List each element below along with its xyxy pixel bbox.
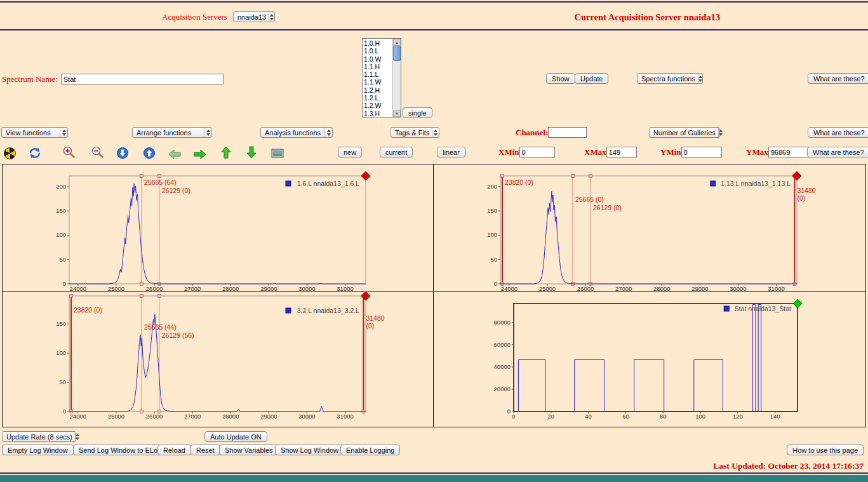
current-server-text: Current Acquisition Server nnaida13 [575,12,720,22]
reset-button[interactable]: Reset [190,445,220,455]
svg-text:0: 0 [494,280,497,287]
svg-text:80: 80 [660,413,667,420]
expand-down-icon[interactable] [116,146,130,160]
svg-text:3.2.L nnaida13_3.2.L: 3.2.L nnaida13_3.2.L [297,307,359,314]
spectrum-plot-panel-4[interactable]: 020406080100120140020000400006000080000S… [434,292,865,427]
show-log-window-button[interactable]: Show Log Window [275,445,344,455]
arrow-up-icon[interactable] [219,145,233,159]
spectrum-plot-panel-1[interactable]: 2400025000260002700028000290003000031000… [3,164,434,292]
send-log-window-to-elog-button[interactable]: Send Log Window to ELog [73,445,167,455]
expand-up-icon[interactable] [142,146,156,160]
svg-text:30000: 30000 [298,413,315,420]
arrow-left-icon[interactable] [168,147,182,161]
list-item[interactable]: 1.0.W [364,55,392,63]
spectrum-plot-panel-2[interactable]: 2400025000260002700028000290003000031000… [434,164,865,292]
ymax-label: YMax [746,147,768,157]
tags-fits-select[interactable]: Tags & Fits [391,127,439,138]
svg-text:27000: 27000 [184,285,201,291]
enable-logging-button[interactable]: Enable Logging [340,445,400,455]
select-arrows-icon [432,128,439,137]
single-button[interactable]: single [403,107,432,118]
select-arrows-icon [718,128,723,137]
svg-text:0: 0 [512,413,515,420]
spectra-functions-select[interactable]: Spectra functions [637,73,703,84]
update-rate-select[interactable]: Update Rate (8 secs) [2,431,76,442]
list-item[interactable]: 1.3.H [364,110,392,117]
svg-text:200: 200 [56,183,66,190]
refresh-icon[interactable] [28,146,42,160]
svg-text:100: 100 [487,231,497,238]
svg-text:28000: 28000 [222,413,239,420]
svg-text:27000: 27000 [615,285,632,291]
list-item[interactable]: 1.1.W [364,78,392,86]
svg-text:150: 150 [56,320,66,327]
arrange-functions-select[interactable]: Arrange functions [132,127,212,138]
reload-button[interactable]: Reload [157,445,191,455]
spectrum-listbox[interactable]: 1.0.H1.0.L1.0.W1.1.H1.1.L1.1.W1.2.H1.2.L… [362,38,401,117]
show-button[interactable]: Show [546,73,575,84]
list-item[interactable]: 1.2.H [364,86,392,94]
svg-text:20000: 20000 [494,385,511,392]
arrow-right-icon[interactable] [193,147,207,161]
new-button[interactable]: new [338,147,362,157]
svg-text:25665 (0): 25665 (0) [575,196,604,203]
svg-text:31480: 31480 [797,187,815,194]
show-variables-button[interactable]: Show Variables [219,445,279,455]
display-icon[interactable] [270,147,284,161]
list-item[interactable]: 1.0.L [364,47,392,55]
spectrum-plot-grid: 2400025000260002700028000290003000031000… [2,164,866,427]
empty-log-window-button[interactable]: Empty Log Window [2,445,74,455]
list-item[interactable]: 1.1.H [364,63,392,70]
top-separator [0,1,868,3]
list-item[interactable]: 1.1.L [364,70,392,78]
svg-text:50: 50 [490,256,497,263]
svg-text:30000: 30000 [298,285,315,291]
spectrum-name-input[interactable] [61,74,224,84]
arrow-down-icon[interactable] [244,145,258,159]
analysis-functions-select[interactable]: Analysis functions [260,127,333,138]
radiation-icon[interactable] [3,146,17,160]
svg-text:27000: 27000 [184,413,201,420]
spectrum-chart: 020406080100120140020000400006000080000S… [434,292,865,427]
scroll-up-icon[interactable]: ▲ [393,39,401,46]
svg-text:1.6.L nnaida13_1.6.L: 1.6.L nnaida13_1.6.L [297,180,359,187]
svg-text:29000: 29000 [691,285,708,291]
svg-text:1.13.L nnaida13_1.13.L: 1.13.L nnaida13_1.13.L [721,180,791,187]
number-of-galleries-value: Number of Galleries [653,129,716,137]
how-to-use-button[interactable]: How to use this page [787,445,864,455]
list-item[interactable]: 1.0.H [364,39,392,47]
spectrum-plot-panel-3[interactable]: 2400025000260002700028000290003000031000… [3,292,434,427]
svg-text:25000: 25000 [108,413,124,420]
zoom-in-icon[interactable] [62,145,76,159]
xmax-input[interactable] [606,147,637,157]
acq-server-select[interactable]: nnaida13 [233,11,275,22]
what-are-these-button-3[interactable]: What are these? [807,147,868,157]
svg-text:31000: 31000 [337,285,353,291]
xmin-input[interactable] [519,147,555,157]
number-of-galleries-select[interactable]: Number of Galleries [649,127,720,138]
list-item[interactable]: 1.2.W [364,102,392,109]
scroll-down-icon[interactable]: ▼ [393,110,401,117]
ymin-input[interactable] [681,147,722,157]
update-button[interactable]: Update [575,73,608,84]
auto-update-button[interactable]: Auto Update ON [204,431,267,442]
current-button[interactable]: current [380,147,413,157]
list-item[interactable]: 1.2.L [364,94,392,102]
linear-button[interactable]: linear [437,147,465,157]
svg-text:31000: 31000 [337,413,353,420]
what-are-these-button-1[interactable]: What are these? [808,73,868,84]
listbox-scrollbar[interactable]: ▲ ▼ [392,39,401,117]
ymax-input[interactable] [768,147,809,157]
zoom-out-icon[interactable] [91,145,105,159]
analysis-functions-value: Analysis functions [265,129,321,137]
scroll-thumb[interactable] [393,46,401,61]
svg-text:150: 150 [56,207,66,214]
xmax-label: XMax [584,147,606,157]
what-are-these-button-2[interactable]: What are these? [808,127,868,138]
channel-input[interactable] [548,127,587,138]
header-separator [0,29,868,30]
select-arrows-icon [324,128,332,137]
svg-text:60: 60 [622,413,629,420]
view-functions-select[interactable]: View functions [1,127,68,138]
svg-text:80000: 80000 [494,319,511,326]
